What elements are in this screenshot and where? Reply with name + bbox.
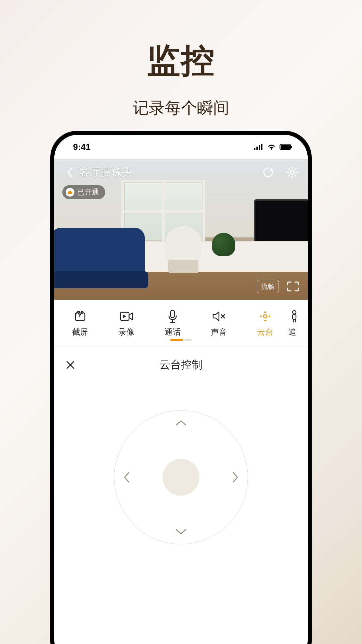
action-label: 截屏 <box>72 327 88 337</box>
ptz-wheel[interactable] <box>114 410 248 544</box>
track-icon <box>288 309 302 323</box>
record-icon <box>119 309 133 323</box>
ptz-left-button[interactable] <box>120 471 133 484</box>
action-bar: 截屏 录像 通话 声音 <box>54 300 308 343</box>
phone-frame: 9:41 <box>50 131 312 644</box>
action-label: 通话 <box>165 327 181 337</box>
ptz-icon <box>258 309 272 323</box>
signal-icon <box>254 144 263 150</box>
marketing-headline: 监控 记录每个瞬间 <box>0 0 362 119</box>
speaker-mute-icon <box>212 309 226 323</box>
room-tv <box>254 199 308 243</box>
quality-button[interactable]: 流畅 <box>257 280 279 293</box>
status-bar: 9:41 <box>54 135 308 159</box>
action-page-indicator <box>54 339 308 341</box>
talk-button[interactable]: 通话 <box>149 309 196 337</box>
refresh-button[interactable] <box>261 165 276 180</box>
phone-screen: 9:41 <box>54 135 308 644</box>
ptz-button[interactable]: 云台 <box>242 309 288 337</box>
status-right <box>254 144 293 150</box>
ptz-title: 云台控制 <box>64 358 298 372</box>
svg-rect-5 <box>281 145 290 149</box>
camera-title: 客厅摄像头 <box>79 165 133 180</box>
camera-top-bar: 客厅摄像头 <box>54 165 308 180</box>
marketing-subtitle: 记录每个瞬间 <box>0 97 362 119</box>
svg-point-14 <box>293 311 296 314</box>
room-chair <box>165 226 202 263</box>
cloud-status-label: 已开通 <box>77 187 99 197</box>
wifi-icon <box>267 144 276 150</box>
sound-button[interactable]: 声音 <box>196 309 242 337</box>
cloud-status-badge[interactable]: 已开通 <box>62 185 105 199</box>
room-plant <box>212 233 235 256</box>
mic-icon <box>166 309 180 323</box>
screenshot-icon <box>73 309 87 323</box>
svg-rect-1 <box>256 147 258 150</box>
camera-live-view[interactable]: 客厅摄像头 已开通 流畅 <box>54 159 308 300</box>
svg-rect-2 <box>259 145 260 150</box>
ptz-header: 云台控制 <box>64 357 298 373</box>
status-time: 9:41 <box>73 142 90 152</box>
ptz-up-button[interactable] <box>174 416 188 429</box>
settings-button[interactable] <box>285 165 300 180</box>
ptz-center-button[interactable] <box>163 459 199 496</box>
action-label: 云台 <box>257 327 273 337</box>
svg-rect-3 <box>261 144 262 150</box>
ptz-down-button[interactable] <box>174 525 188 539</box>
record-button[interactable]: 录像 <box>103 309 149 337</box>
action-label: 录像 <box>118 327 134 337</box>
svg-rect-0 <box>254 148 255 150</box>
marketing-title: 监控 <box>0 39 362 84</box>
back-button[interactable] <box>62 165 77 180</box>
screenshot-button[interactable]: 截屏 <box>57 309 103 337</box>
svg-rect-6 <box>291 146 292 148</box>
fullscreen-button[interactable] <box>285 280 301 293</box>
track-button[interactable]: 追 <box>288 309 305 337</box>
room-sofa <box>54 228 145 281</box>
action-label: 追 <box>288 327 296 337</box>
action-label: 声音 <box>211 327 227 337</box>
ptz-right-button[interactable] <box>229 471 242 484</box>
svg-rect-8 <box>75 313 85 320</box>
svg-rect-15 <box>293 315 296 319</box>
ptz-panel: 云台控制 <box>54 346 308 558</box>
svg-point-13 <box>263 315 267 318</box>
battery-icon <box>280 144 293 150</box>
svg-rect-12 <box>171 310 175 318</box>
svg-point-9 <box>78 311 80 313</box>
quality-label: 流畅 <box>261 282 275 291</box>
svg-point-7 <box>291 171 294 174</box>
cloud-icon <box>66 188 74 197</box>
